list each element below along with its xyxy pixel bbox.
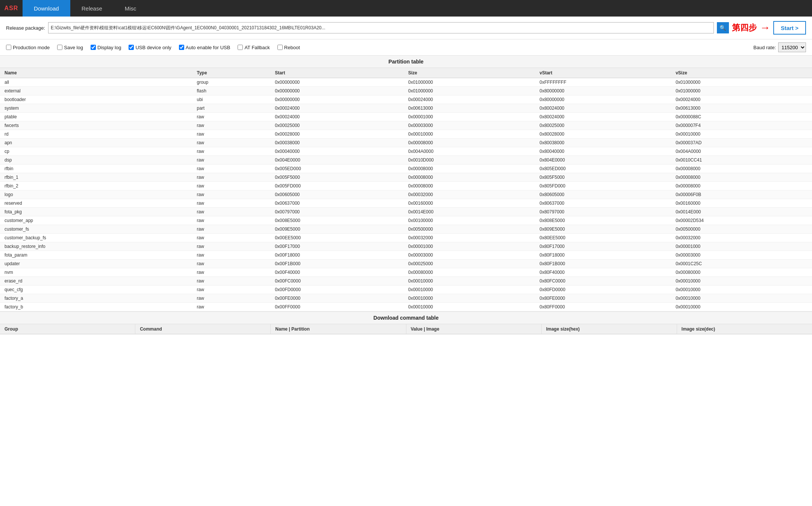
table-cell: rd: [0, 130, 192, 139]
table-cell: 0x00160000: [671, 199, 812, 208]
table-cell: 0x80FE0000: [535, 294, 671, 303]
option-production-mode[interactable]: Production mode: [6, 45, 50, 50]
table-cell: 0x80025000: [535, 121, 671, 130]
table-cell: 0x01000000: [671, 78, 812, 87]
release-package-input[interactable]: [48, 22, 714, 33]
table-cell: 0x00001000: [404, 242, 535, 251]
table-row: rfbinraw0x005ED0000x000080000x805ED0000x…: [0, 165, 812, 173]
table-row: logoraw0x006050000x000320000x806050000x0…: [0, 190, 812, 199]
col-vsize: vSize: [671, 68, 812, 78]
arrow-icon: →: [760, 22, 770, 34]
table-cell: erase_rd: [0, 277, 192, 285]
table-cell: 0x00F17000: [270, 242, 404, 251]
partition-table: Name Type Start Size vStart vSize allgro…: [0, 68, 812, 311]
table-cell: raw: [192, 208, 271, 216]
table-cell: 0x00F40000: [270, 268, 404, 277]
table-cell: 0x00000000: [270, 95, 404, 104]
table-cell: 0x00008000: [671, 182, 812, 190]
table-row: fota_paramraw0x00F180000x000030000x80F18…: [0, 251, 812, 260]
table-cell: raw: [192, 285, 271, 294]
table-row: rfbin_1raw0x005F50000x000080000x805F5000…: [0, 173, 812, 182]
table-cell: 0x00002D534: [671, 216, 812, 225]
table-cell: raw: [192, 113, 271, 121]
reboot-checkbox[interactable]: [277, 45, 283, 50]
at-fallback-checkbox[interactable]: [238, 45, 243, 50]
option-auto-enable-usb[interactable]: Auto enable for USB: [179, 45, 230, 50]
table-cell: 0x00010000: [671, 130, 812, 139]
option-display-log[interactable]: Display log: [91, 45, 121, 50]
table-row: fwcertsraw0x000250000x000030000x80025000…: [0, 121, 812, 130]
tab-download[interactable]: Download: [23, 0, 70, 17]
table-cell: 0x00797000: [270, 208, 404, 216]
table-cell: external: [0, 87, 192, 95]
table-cell: 0x00028000: [270, 130, 404, 139]
option-save-log[interactable]: Save log: [57, 45, 83, 50]
table-cell: apn: [0, 139, 192, 147]
table-cell: 0x0001C25C: [671, 260, 812, 268]
options-row: Production mode Save log Display log USB…: [0, 39, 812, 56]
table-row: reservedraw0x006370000x001600000x8063700…: [0, 199, 812, 208]
table-cell: 0x009E5000: [270, 225, 404, 234]
table-cell: 0x00010000: [404, 294, 535, 303]
option-usb-device-only[interactable]: USB device only: [129, 45, 171, 50]
table-cell: 0x00605000: [270, 190, 404, 199]
table-row: allgroup0x000000000x010000000xFFFFFFFF0x…: [0, 78, 812, 87]
table-cell: 0x004E0000: [270, 156, 404, 165]
production-mode-checkbox[interactable]: [6, 45, 11, 50]
display-log-checkbox[interactable]: [91, 45, 96, 50]
table-cell: 0x00010000: [404, 285, 535, 294]
table-cell: 0x000007F4: [671, 121, 812, 130]
tab-misc[interactable]: Misc: [114, 0, 148, 17]
search-icon: 🔍: [720, 25, 726, 31]
save-log-label: Save log: [64, 45, 83, 50]
save-log-checkbox[interactable]: [57, 45, 62, 50]
table-cell: raw: [192, 225, 271, 234]
option-reboot[interactable]: Reboot: [277, 45, 300, 50]
table-cell: cp: [0, 147, 192, 156]
table-cell: customer_fs: [0, 225, 192, 234]
table-cell: bootloader: [0, 95, 192, 104]
table-cell: raw: [192, 268, 271, 277]
table-cell: 0x0014E000: [404, 208, 535, 216]
table-row: factory_araw0x00FE00000x000100000x80FE00…: [0, 294, 812, 303]
usb-device-only-checkbox[interactable]: [129, 45, 134, 50]
table-cell: raw: [192, 156, 271, 165]
table-cell: 0x00008000: [404, 165, 535, 173]
start-button[interactable]: Start >: [773, 21, 806, 35]
table-cell: raw: [192, 190, 271, 199]
col-name: Name: [0, 68, 192, 78]
table-row: externalflash0x000000000x010000000x80000…: [0, 87, 812, 95]
table-cell: factory_b: [0, 303, 192, 311]
table-cell: fota_pkg: [0, 208, 192, 216]
option-at-fallback[interactable]: AT Fallback: [238, 45, 270, 50]
search-button[interactable]: 🔍: [717, 22, 729, 33]
table-cell: customer_backup_fs: [0, 234, 192, 242]
baud-rate-select[interactable]: 115200 9600 19200 38400 57600 230400: [778, 42, 806, 52]
table-cell: 0x01000000: [404, 87, 535, 95]
table-cell: raw: [192, 173, 271, 182]
col-start: Start: [270, 68, 404, 78]
table-cell: ubi: [192, 95, 271, 104]
tab-release[interactable]: Release: [70, 0, 114, 17]
auto-enable-usb-checkbox[interactable]: [179, 45, 184, 50]
table-cell: ptable: [0, 113, 192, 121]
table-cell: 0x00010000: [404, 303, 535, 311]
table-cell: 0x80797000: [535, 208, 671, 216]
table-cell: 0x00010000: [404, 130, 535, 139]
table-cell: raw: [192, 234, 271, 242]
table-cell: 0x00010000: [671, 285, 812, 294]
partition-table-title: Partition table: [0, 56, 812, 68]
table-cell: nvm: [0, 268, 192, 277]
table-cell: 0x00025000: [270, 121, 404, 130]
table-cell: 0x005F5000: [270, 173, 404, 182]
partition-table-header: Name Type Start Size vStart vSize: [0, 68, 812, 78]
table-cell: 0x00F18000: [270, 251, 404, 260]
table-cell: 0x00001000: [404, 113, 535, 121]
table-cell: 0x004A0000: [671, 147, 812, 156]
table-cell: 0x00000000: [270, 78, 404, 87]
table-cell: 0x00032000: [671, 234, 812, 242]
table-cell: 0x00080000: [671, 268, 812, 277]
table-cell: 0x00FC0000: [270, 277, 404, 285]
table-cell: 0x0010CC41: [671, 156, 812, 165]
table-cell: 0x00024000: [270, 104, 404, 113]
